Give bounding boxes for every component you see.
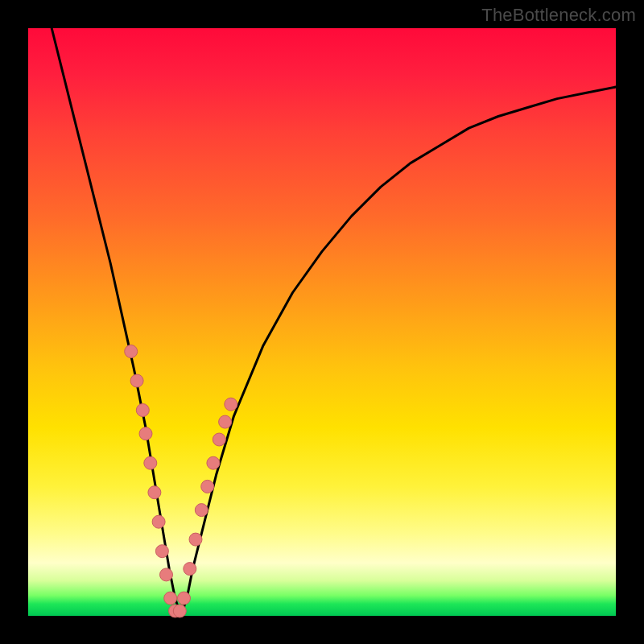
bottleneck-curve-path	[52, 28, 616, 616]
marker-dot	[189, 533, 202, 546]
marker-dot	[130, 374, 143, 387]
marker-dot	[144, 456, 157, 469]
marker-dot	[152, 515, 165, 528]
marker-dot	[155, 545, 168, 558]
marker-dot	[213, 433, 225, 446]
marker-cluster	[125, 345, 237, 618]
marker-dot	[136, 404, 149, 417]
curve-layer	[28, 28, 616, 616]
marker-dot	[173, 605, 186, 617]
marker-dot	[160, 568, 173, 581]
marker-dot	[178, 592, 191, 605]
bottleneck-curve	[52, 28, 616, 616]
marker-dot	[125, 345, 138, 358]
marker-dot	[225, 398, 237, 411]
marker-dot	[219, 415, 232, 428]
marker-dot	[207, 456, 220, 469]
marker-dot	[195, 504, 208, 517]
watermark-text: TheBottleneck.com	[481, 5, 636, 26]
plot-area	[28, 28, 616, 616]
marker-dot	[201, 480, 214, 493]
marker-dot	[164, 592, 177, 605]
marker-dot	[139, 427, 152, 440]
chart-frame: TheBottleneck.com	[0, 0, 644, 644]
marker-dot	[148, 486, 161, 499]
marker-dot	[184, 563, 196, 576]
